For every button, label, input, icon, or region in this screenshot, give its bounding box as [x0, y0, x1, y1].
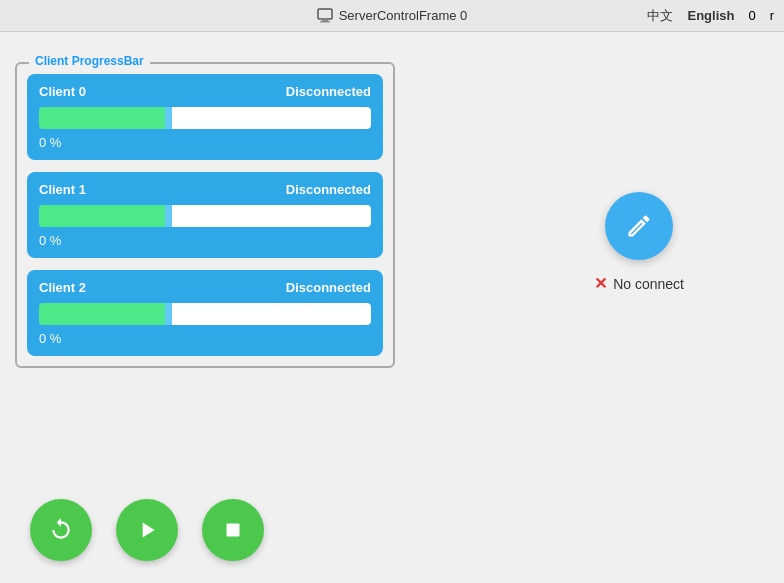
svg-rect-1: [322, 19, 328, 21]
counter-display: 0: [748, 8, 755, 23]
client-2-progress-label: 0 %: [39, 331, 371, 346]
lang-zh-button[interactable]: 中文: [647, 7, 673, 25]
lang-en-button[interactable]: English: [687, 8, 734, 23]
client-0-status: Disconnected: [286, 84, 371, 99]
client-2-progress-fill: [39, 303, 165, 325]
client-1-header: Client 1 Disconnected: [39, 182, 371, 197]
play-button[interactable]: [116, 499, 178, 561]
client-1-progress-fill: [39, 205, 165, 227]
client-0-progress-label: 0 %: [39, 135, 371, 150]
title-bar-right: 中文 English 0 r: [647, 0, 774, 31]
client-1-progress-empty: [172, 205, 371, 227]
client-0-name: Client 0: [39, 84, 86, 99]
play-icon: [134, 517, 160, 543]
client-2-progress-empty: [172, 303, 371, 325]
monitor-icon: [317, 8, 333, 24]
client-1-progress-label: 0 %: [39, 233, 371, 248]
svg-rect-0: [318, 9, 332, 19]
client-1-status: Disconnected: [286, 182, 371, 197]
connect-edit-button[interactable]: [605, 192, 673, 260]
client-0-progress-bg: [39, 107, 371, 129]
client-2-status: Disconnected: [286, 280, 371, 295]
stop-icon: [220, 517, 246, 543]
title-bar: ServerControlFrame 0 中文 English 0 r: [0, 0, 784, 32]
svg-rect-3: [227, 524, 240, 537]
svg-rect-2: [320, 21, 330, 23]
reset-button[interactable]: [30, 499, 92, 561]
client-0-progress-fill: [39, 107, 165, 129]
panel-legend: Client ProgressBar: [29, 54, 150, 68]
client-2-name: Client 2: [39, 280, 86, 295]
client-card-0: Client 0 Disconnected 0 %: [27, 74, 383, 160]
no-connect-status: ✕ No connect: [594, 274, 684, 293]
client-2-header: Client 2 Disconnected: [39, 280, 371, 295]
pencil-icon: [625, 212, 653, 240]
client-progressbar-panel: Client ProgressBar Client 0 Disconnected…: [15, 62, 395, 368]
extra-display: r: [770, 8, 774, 23]
no-connect-label: No connect: [613, 276, 684, 292]
reset-icon: [48, 517, 74, 543]
client-1-name: Client 1: [39, 182, 86, 197]
main-content: Client ProgressBar Client 0 Disconnected…: [0, 32, 784, 583]
client-0-header: Client 0 Disconnected: [39, 84, 371, 99]
stop-button[interactable]: [202, 499, 264, 561]
client-card-1: Client 1 Disconnected 0 %: [27, 172, 383, 258]
client-0-progress-empty: [172, 107, 371, 129]
bottom-buttons: [30, 499, 264, 561]
connect-panel: ✕ No connect: [594, 192, 684, 293]
client-2-progress-bg: [39, 303, 371, 325]
x-status-icon: ✕: [594, 274, 607, 293]
client-card-2: Client 2 Disconnected 0 %: [27, 270, 383, 356]
window-title: ServerControlFrame 0: [317, 8, 468, 24]
client-1-progress-bg: [39, 205, 371, 227]
